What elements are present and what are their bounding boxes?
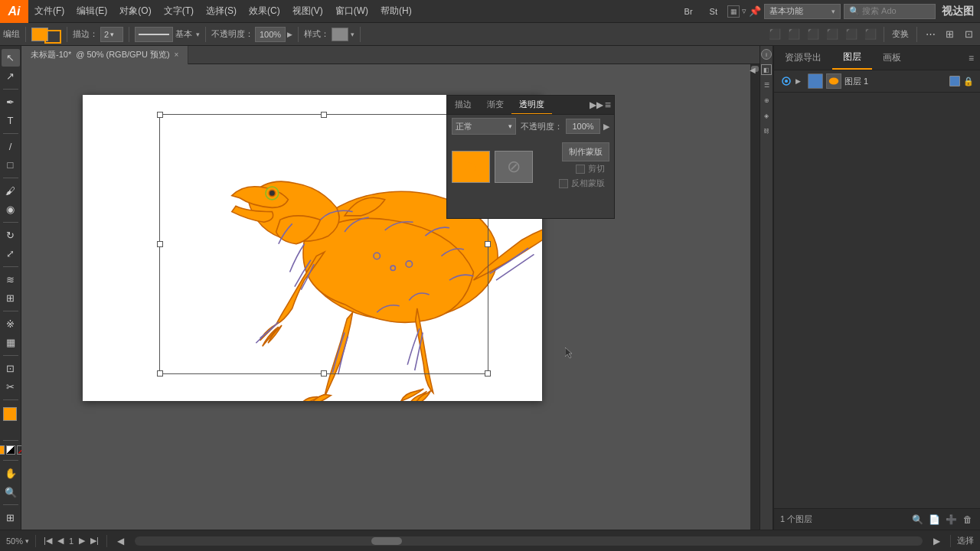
properties-icon[interactable]: i xyxy=(761,49,772,60)
mask-thumbnail[interactable]: ⊘ xyxy=(495,151,533,183)
next-page-btn[interactable]: ▶ xyxy=(77,536,87,546)
opacity-input[interactable]: 100% xyxy=(255,27,286,42)
new-layer-btn[interactable]: ➕ xyxy=(945,514,957,526)
collapse-up-btn[interactable]: ◀ xyxy=(748,64,757,76)
align-h-left[interactable]: ⬛ xyxy=(766,26,783,43)
align-v-bottom[interactable]: ⬛ xyxy=(862,26,879,43)
graph-tool[interactable]: ▦ xyxy=(2,334,20,351)
opacity-value-input[interactable]: 100% xyxy=(566,119,600,134)
blob-tool[interactable]: ◉ xyxy=(2,201,20,218)
extra-btn[interactable]: ⊡ xyxy=(960,26,977,43)
scroll-left-btn[interactable]: ◀ xyxy=(113,533,129,549)
menu-file[interactable]: 文件(F) xyxy=(28,0,70,22)
paintbrush-tool[interactable]: 🖌 xyxy=(2,182,20,200)
more-options-btn[interactable]: ⋯ xyxy=(922,26,939,43)
panel-options-btn[interactable]: ≡ xyxy=(969,53,980,64)
line-style-preview[interactable] xyxy=(135,27,173,42)
align-h-center[interactable]: ⬛ xyxy=(786,26,802,43)
canvas-vscroll[interactable] xyxy=(750,64,760,530)
swatch-fg[interactable] xyxy=(3,407,17,421)
menu-help[interactable]: 帮助(H) xyxy=(374,0,418,22)
blend-mode-dropdown[interactable]: 正常 ▾ xyxy=(452,118,516,135)
scale-tool[interactable]: ⤢ xyxy=(2,245,20,262)
search-bar[interactable]: 🔍 搜索 Ado xyxy=(844,4,936,19)
rotate-tool[interactable]: ↻ xyxy=(2,227,20,244)
symbol-tool[interactable]: ※ xyxy=(2,315,20,333)
shape-tool[interactable]: □ xyxy=(2,156,20,174)
zoom-tool[interactable]: 🔍 xyxy=(2,484,20,501)
align-icon[interactable]: ☰ xyxy=(761,80,772,90)
menu-select[interactable]: 选择(S) xyxy=(200,0,243,22)
page-input[interactable]: 1 xyxy=(67,536,75,546)
grid-icon[interactable]: ▦ xyxy=(727,5,740,18)
layers-tab[interactable]: 图层 xyxy=(832,46,872,70)
opacity-expand-arrow[interactable]: ▶ xyxy=(603,122,609,132)
gradient-tab[interactable]: 渐变 xyxy=(479,96,511,114)
menu-window[interactable]: 窗口(W) xyxy=(329,0,374,22)
stock-btn[interactable]: St xyxy=(703,5,724,18)
pin-icon[interactable]: 📌 xyxy=(749,5,761,17)
layer-expand-btn[interactable]: ▶ xyxy=(795,77,805,86)
hand-tool[interactable]: ✋ xyxy=(2,465,20,482)
transform-icon[interactable]: ⊕ xyxy=(761,95,772,106)
search-layers-btn[interactable]: 🔍 xyxy=(911,514,923,526)
arrange-icon[interactable]: ▿ xyxy=(742,6,746,16)
menu-type[interactable]: 文字(T) xyxy=(158,0,200,22)
first-page-btn[interactable]: |◀ xyxy=(42,536,54,546)
opacity-arrow[interactable]: ▶ xyxy=(287,31,292,38)
menu-view[interactable]: 视图(V) xyxy=(286,0,329,22)
clip-checkbox[interactable] xyxy=(576,165,585,174)
type-tool[interactable]: T xyxy=(2,112,20,129)
pen-tool[interactable]: ✒ xyxy=(2,93,20,111)
style-swatch[interactable] xyxy=(332,28,348,41)
artboards-tab[interactable]: 画板 xyxy=(872,47,912,69)
appearance-symbol: ◈ xyxy=(764,112,769,119)
line-tool[interactable]: / xyxy=(2,138,20,155)
align-v-center[interactable]: ⬛ xyxy=(843,26,860,43)
menu-edit[interactable]: 编辑(E) xyxy=(70,0,113,22)
stroke-tab[interactable]: 描边 xyxy=(447,96,479,114)
delete-layer-btn[interactable]: 🗑 xyxy=(962,514,974,526)
menu-effect[interactable]: 效果(C) xyxy=(243,0,286,22)
expand-btn[interactable]: ⊞ xyxy=(941,26,958,43)
transparency-panel: 描边 渐变 透明度 ▶▶ ≡ 正常 ▾ 不透明度： xyxy=(446,95,615,219)
add-layer-btn[interactable]: 📄 xyxy=(928,514,940,526)
transform-btn[interactable]: 变换 xyxy=(889,28,912,40)
align-v-top[interactable]: ⬛ xyxy=(824,26,841,43)
artboard-tool[interactable]: ⊡ xyxy=(2,360,20,377)
layer-vis-btn[interactable] xyxy=(780,75,792,87)
h-scroll-thumb[interactable] xyxy=(371,537,402,545)
selection-tool[interactable]: ↖ xyxy=(2,49,20,67)
make-mask-button[interactable]: 制作蒙版 xyxy=(562,142,609,161)
status-sep-3 xyxy=(950,535,951,547)
panel-expand-btn[interactable]: ▶▶ xyxy=(590,99,603,110)
slice-tool[interactable]: ✂ xyxy=(2,378,20,396)
layer-lock-btn[interactable]: 🔒 xyxy=(963,77,974,86)
invert-checkbox[interactable] xyxy=(559,179,568,188)
menu-object[interactable]: 对象(O) xyxy=(113,0,157,22)
document-tab[interactable]: 未标题-10* @ 50% (RGB/GPU 预览) × xyxy=(21,46,188,64)
align-h-right[interactable]: ⬛ xyxy=(805,26,822,43)
panel-menu-btn[interactable]: ≡ xyxy=(605,99,611,111)
transparency-tab[interactable]: 透明度 xyxy=(511,96,552,114)
gradient-btn[interactable] xyxy=(6,445,15,455)
tab-close-btn[interactable]: × xyxy=(175,51,179,59)
color-btn[interactable] xyxy=(0,445,5,455)
assets-tab[interactable]: 资源导出 xyxy=(774,47,832,69)
bridge-btn[interactable]: Br xyxy=(678,5,700,18)
h-scrollbar[interactable] xyxy=(135,536,923,546)
layer-thumbnail[interactable] xyxy=(452,151,490,183)
warp-tool[interactable]: ≋ xyxy=(2,271,20,289)
stroke-weight-dropdown[interactable]: 2 ▾ xyxy=(100,27,123,42)
free-transform-tool[interactable]: ⊞ xyxy=(2,289,20,307)
nav-icon[interactable]: ◧ xyxy=(761,64,772,75)
last-page-btn[interactable]: ▶| xyxy=(89,536,100,546)
link-icon[interactable]: ⛓ xyxy=(761,126,772,136)
stroke-swatch-overlay[interactable] xyxy=(44,30,61,44)
artboards-panel-tool[interactable]: ⊞ xyxy=(2,509,20,527)
direct-selection-tool[interactable]: ↗ xyxy=(2,68,20,86)
prev-page-btn[interactable]: ◀ xyxy=(56,536,65,546)
workspace-dropdown[interactable]: 基本功能 ▾ xyxy=(764,4,841,19)
appearance-icon[interactable]: ◈ xyxy=(761,110,772,121)
scroll-right-btn[interactable]: ▶ xyxy=(929,533,944,549)
